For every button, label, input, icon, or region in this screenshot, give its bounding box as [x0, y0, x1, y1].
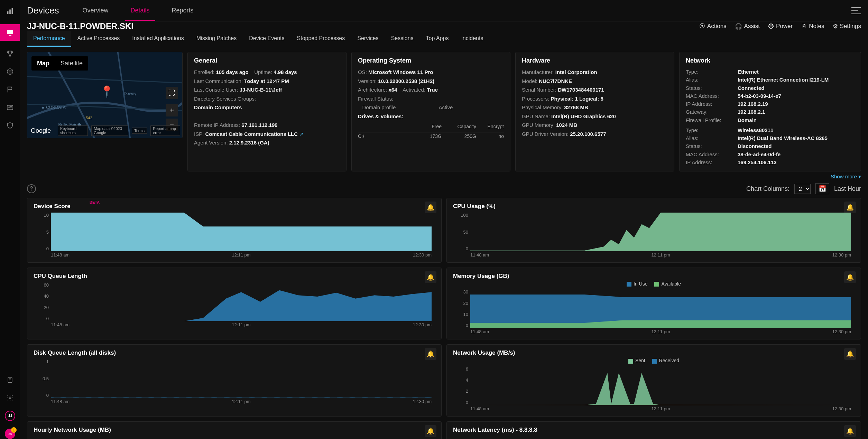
user-avatar[interactable]: JJ	[5, 411, 15, 421]
face-icon[interactable]	[5, 66, 15, 77]
sub-tab-missing-patches[interactable]: Missing Patches	[190, 31, 243, 47]
target-icon: ⦿	[699, 23, 705, 30]
svg-text:★ CORDATA: ★ CORDATA	[41, 105, 66, 110]
chart-cpu-queue-length: CPU Queue Length🔔604020011:48 am12:11 pm…	[27, 268, 442, 339]
power-button[interactable]: ⏻Power	[768, 23, 793, 30]
svg-point-36	[299, 398, 305, 398]
doc-icon[interactable]	[5, 375, 15, 385]
svg-point-35	[287, 398, 293, 398]
sub-tab-incidents[interactable]: Incidents	[455, 31, 489, 47]
sub-tab-top-apps[interactable]: Top Apps	[420, 31, 455, 47]
svg-text:542: 542	[86, 116, 92, 120]
map-pin-icon: 📍	[100, 85, 114, 98]
show-more-link[interactable]: Show more	[831, 174, 857, 179]
bell-icon[interactable]: 🔔	[425, 271, 436, 283]
svg-point-32	[249, 398, 255, 398]
chart-hourly-network-usage-mb-: Hourly Network Usage (MB)🔔11:48 am12:11 …	[27, 421, 442, 439]
device-title: JJ-NUC-B-11.POWDER.SKI	[27, 21, 133, 31]
svg-rect-0	[7, 11, 9, 14]
settings-button[interactable]: ⚙Settings	[833, 23, 861, 30]
beta-badge: BETA	[90, 200, 100, 204]
sub-tabs: PerformanceActive ProcessesInstalled App…	[27, 31, 861, 47]
svg-point-17	[61, 398, 67, 398]
assist-button[interactable]: 🎧Assist	[735, 23, 760, 30]
sub-tab-services[interactable]: Services	[351, 31, 385, 47]
bell-icon[interactable]: 🔔	[425, 348, 436, 360]
map-tab-satellite[interactable]: Satellite	[55, 56, 88, 71]
svg-point-20	[98, 398, 104, 398]
top-tab-reports[interactable]: Reports	[162, 0, 203, 21]
svg-point-38	[324, 398, 331, 398]
svg-point-34	[274, 398, 280, 398]
notification-badge[interactable]: ∞1	[5, 429, 15, 439]
sub-tab-active-processes[interactable]: Active Processes	[71, 31, 126, 47]
sub-tab-device-events[interactable]: Device Events	[243, 31, 290, 47]
os-card: Operating System OS: Microsoft Windows 1…	[351, 52, 510, 171]
notes-button[interactable]: 🗎Notes	[801, 23, 824, 30]
top-tab-details[interactable]: Details	[121, 0, 159, 21]
svg-point-27	[186, 398, 192, 398]
bell-icon[interactable]: 🔔	[425, 425, 436, 437]
chevron-down-icon[interactable]: ▾	[858, 174, 861, 179]
title-bar: JJ-NUC-B-11.POWDER.SKI ⦿Actions🎧Assist⏻P…	[27, 21, 861, 31]
bell-icon[interactable]: 🔔	[844, 425, 856, 437]
devices-icon[interactable]	[0, 24, 20, 41]
calendar-icon[interactable]: 📅	[815, 183, 829, 194]
trophy-icon[interactable]	[5, 48, 15, 59]
network-card: Network Type:EthernetAlias:Intel(R) Ethe…	[679, 52, 861, 171]
svg-point-30	[224, 398, 230, 398]
map-fullscreen-icon[interactable]: ⛶	[166, 87, 178, 99]
sub-tab-performance[interactable]: Performance	[27, 31, 71, 47]
help-icon[interactable]: ?	[27, 184, 36, 193]
svg-point-26	[174, 398, 180, 398]
bell-icon[interactable]: 🔔	[844, 348, 856, 360]
chart-cpu-usage-: CPU Usage (%)🔔10050011:48 am12:11 pm12:3…	[446, 198, 861, 263]
chart-memory-usage-gb-: Memory Usage (GB)🔔In UseAvailable3020100…	[446, 268, 861, 339]
top-tabs: OverviewDetailsReports	[73, 0, 203, 21]
power-icon: ⏻	[768, 23, 774, 30]
svg-point-21	[111, 398, 117, 398]
svg-point-46	[425, 398, 431, 398]
svg-point-22	[123, 398, 129, 398]
sub-tab-installed-applications[interactable]: Installed Applications	[126, 31, 190, 47]
analytics-icon[interactable]	[5, 6, 15, 17]
note-icon: 🗎	[801, 23, 807, 30]
map-card[interactable]: ★ CORDATA Dewey Bellis Fair ⬟ 542 Map Sa…	[27, 52, 183, 138]
top-tab-overview[interactable]: Overview	[73, 0, 118, 21]
actions-button[interactable]: ⦿Actions	[699, 23, 727, 30]
chart-cols-label: Chart Columns:	[746, 185, 789, 193]
shield-icon[interactable]	[5, 120, 15, 131]
flag-icon[interactable]	[5, 84, 15, 95]
svg-point-19	[85, 398, 92, 398]
svg-rect-3	[7, 30, 13, 34]
sub-tab-sessions[interactable]: Sessions	[385, 31, 420, 47]
svg-text:Dewey: Dewey	[124, 91, 137, 96]
activity-icon[interactable]	[5, 102, 15, 113]
map-tab-map[interactable]: Map	[31, 56, 55, 71]
bell-icon[interactable]: 🔔	[844, 271, 856, 283]
time-range[interactable]: Last Hour	[834, 185, 861, 193]
settings-icon[interactable]	[5, 393, 15, 403]
svg-point-10	[9, 397, 11, 399]
breadcrumb: Devices	[27, 5, 59, 16]
svg-rect-1	[9, 10, 11, 14]
chart-network-latency-ms-8-8-8-8: Network Latency (ms) - 8.8.8.8🔔11:48 am1…	[446, 421, 861, 439]
bell-icon[interactable]: 🔔	[844, 202, 856, 213]
external-link-icon[interactable]: ↗	[299, 131, 304, 137]
sub-tab-stopped-processes[interactable]: Stopped Processes	[291, 31, 351, 47]
map-zoom-in[interactable]: +	[166, 104, 178, 116]
bell-icon[interactable]: 🔔	[425, 202, 436, 213]
google-logo: Google	[31, 127, 51, 134]
chart-cols-select[interactable]: 2	[794, 184, 811, 194]
general-card: General Enrolled: 105 days ago Uptime: 4…	[187, 52, 347, 171]
map-type-toggle: Map Satellite	[31, 56, 88, 71]
svg-point-6	[9, 71, 9, 71]
svg-point-24	[148, 398, 155, 398]
svg-point-41	[362, 398, 368, 398]
menu-icon[interactable]	[851, 7, 861, 14]
chart-network-usage-mb-s-: Network Usage (MB/s)🔔SentReceived642011:…	[446, 344, 861, 416]
svg-point-29	[211, 398, 218, 398]
svg-point-33	[261, 398, 268, 398]
svg-point-42	[375, 398, 381, 398]
svg-point-18	[73, 398, 79, 398]
